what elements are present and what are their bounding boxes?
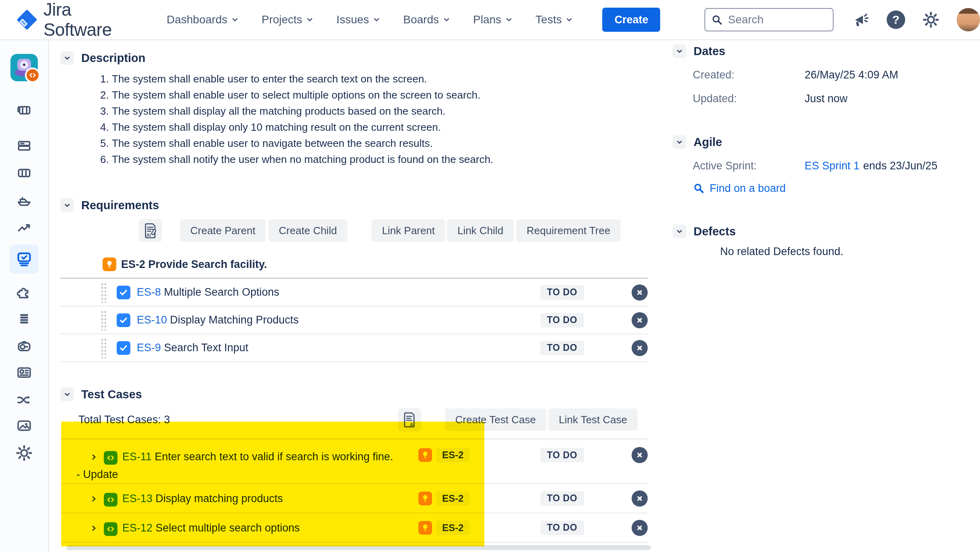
nav-item-issues[interactable]: Issues — [336, 13, 381, 26]
drag-handle[interactable] — [101, 310, 107, 330]
dates-section-header: Dates — [673, 44, 978, 58]
chevron-down-icon — [505, 16, 513, 24]
drag-handle[interactable] — [101, 338, 107, 358]
description-title: Description — [81, 51, 146, 65]
requirement-checkbox[interactable] — [117, 313, 130, 327]
status-badge: TO DO — [540, 285, 584, 300]
status-badge: TO DO — [540, 448, 584, 462]
global-search[interactable] — [704, 8, 834, 31]
remove-link-button[interactable] — [632, 520, 648, 536]
remove-link-button[interactable] — [632, 490, 648, 507]
create-test-case-button[interactable]: Create Test Case — [445, 408, 546, 431]
nav-item-plans[interactable]: Plans — [473, 13, 513, 26]
drag-handle[interactable] — [101, 282, 107, 303]
remove-link-button[interactable] — [632, 312, 648, 328]
defects-section-header: Defects — [673, 224, 978, 239]
expand-row-chevron-icon[interactable] — [89, 453, 98, 461]
requirement-row: ES-8 Multiple Search Options TO DO — [60, 279, 648, 307]
test-case-key-link[interactable]: ES-13 — [122, 492, 152, 505]
expand-row-chevron-icon[interactable] — [89, 494, 98, 503]
description-item: The system shall enable user to enter th… — [112, 71, 652, 87]
nav-item-projects[interactable]: Projects — [261, 13, 314, 26]
chevron-down-icon — [373, 16, 381, 24]
board-columns-icon[interactable] — [16, 165, 32, 181]
test-case-key-link[interactable]: ES-11 — [122, 451, 152, 463]
description-item: The system shall display only 10 matchin… — [112, 119, 652, 135]
active-sprint-row: Active Sprint: ES Sprint 1ends 23/Jun/25 — [693, 159, 978, 173]
svg-text:AI: AI — [410, 422, 414, 427]
requirement-lightbulb-icon — [418, 492, 432, 505]
create-parent-button[interactable]: Create Parent — [180, 219, 266, 242]
top-navigation-bar: Jira Software Dashboards Projects Issues… — [0, 0, 980, 40]
ai-generate-requirements-button[interactable]: AI — [139, 219, 162, 242]
created-label: Created: — [693, 69, 805, 81]
create-child-button[interactable]: Create Child — [268, 219, 348, 242]
remove-link-button[interactable] — [632, 340, 648, 356]
requirement-key-link[interactable]: ES-9 — [137, 342, 161, 354]
test-cases-icon — [16, 251, 33, 268]
list-icon[interactable] — [16, 311, 32, 327]
requirement-checkbox[interactable] — [117, 286, 130, 299]
collapse-requirements-button[interactable] — [60, 198, 74, 212]
link-test-case-button[interactable]: Link Test Case — [548, 408, 638, 431]
status-badge: TO DO — [540, 491, 584, 506]
reports-chart-icon[interactable] — [16, 220, 32, 236]
test-cases-section-header: Test Cases — [60, 387, 652, 402]
requirement-tree-button[interactable]: Requirement Tree — [516, 219, 621, 242]
collapse-description-button[interactable] — [60, 51, 74, 65]
nav-item-dashboards[interactable]: Dashboards — [167, 13, 239, 26]
remove-link-button[interactable] — [632, 284, 648, 301]
find-on-board-link[interactable]: Find on a board — [693, 181, 978, 196]
requirement-key-link[interactable]: ES-8 — [137, 286, 161, 298]
shuffle-icon[interactable] — [16, 392, 32, 408]
project-settings-gear-icon[interactable] — [16, 445, 32, 461]
svg-text:AI: AI — [146, 233, 151, 237]
releases-ship-icon[interactable] — [16, 192, 32, 208]
help-icon[interactable]: ? — [887, 10, 905, 29]
requirement-key-link[interactable]: ES-10 — [137, 314, 167, 326]
collapse-dates-button[interactable] — [673, 44, 686, 58]
sprint-link[interactable]: ES Sprint 1 — [805, 160, 860, 172]
collapse-test-cases-button[interactable] — [60, 387, 74, 401]
equipment-case-icon[interactable] — [16, 338, 32, 354]
remove-link-button[interactable] — [632, 447, 648, 463]
apps-puzzle-icon[interactable] — [16, 284, 32, 300]
expand-row-chevron-icon[interactable] — [89, 524, 98, 533]
collapse-defects-button[interactable] — [673, 225, 686, 238]
backlog-icon[interactable] — [16, 138, 32, 154]
active-sprint-label: Active Sprint: — [693, 160, 805, 172]
nav-icon-cluster: ? — [853, 8, 980, 31]
jira-logo[interactable]: Jira Software — [16, 0, 135, 40]
collapse-agile-button[interactable] — [673, 135, 686, 149]
test-cases-table: ES-11 Enter search text to valid if sear… — [60, 439, 648, 543]
requirement-checkbox[interactable] — [117, 341, 130, 355]
search-icon — [711, 14, 723, 26]
id-card-icon[interactable] — [16, 365, 32, 381]
description-item: The system shall enable user to select m… — [112, 87, 652, 103]
chevron-down-icon — [231, 16, 239, 24]
nav-item-boards[interactable]: Boards — [403, 13, 451, 26]
link-child-button[interactable]: Link Child — [447, 219, 514, 242]
description-item: The system shall enable user to navigate… — [112, 135, 652, 151]
sidebar-item-test-cases-active[interactable] — [10, 245, 39, 274]
test-case-row: ES-13 Display matching products ES-2 TO … — [60, 484, 648, 513]
find-on-board-label[interactable]: Find on a board — [710, 182, 786, 195]
test-case-summary: Select multiple search options — [156, 522, 300, 534]
test-case-key-link[interactable]: ES-12 — [122, 522, 152, 534]
requirements-table: ES-8 Multiple Search Options TO DO ES-10… — [60, 278, 648, 362]
search-input[interactable] — [728, 13, 824, 26]
issue-detail-main: Description The system shall enable user… — [60, 40, 652, 550]
settings-gear-icon[interactable] — [923, 12, 939, 28]
announcements-megaphone-icon[interactable] — [853, 12, 869, 28]
media-image-icon[interactable] — [16, 418, 32, 434]
status-badge: TO DO — [540, 313, 584, 327]
horizontal-scrollbar[interactable] — [66, 545, 651, 550]
create-button[interactable]: Create — [602, 8, 660, 32]
project-avatar[interactable] — [10, 54, 38, 81]
ai-generate-test-cases-button[interactable]: AI — [398, 408, 421, 431]
nav-item-tests[interactable]: Tests — [535, 13, 573, 26]
requirements-section-header: Requirements — [60, 198, 652, 212]
user-avatar[interactable] — [957, 8, 980, 31]
boards-icon[interactable] — [16, 102, 32, 118]
link-parent-button[interactable]: Link Parent — [371, 219, 445, 242]
